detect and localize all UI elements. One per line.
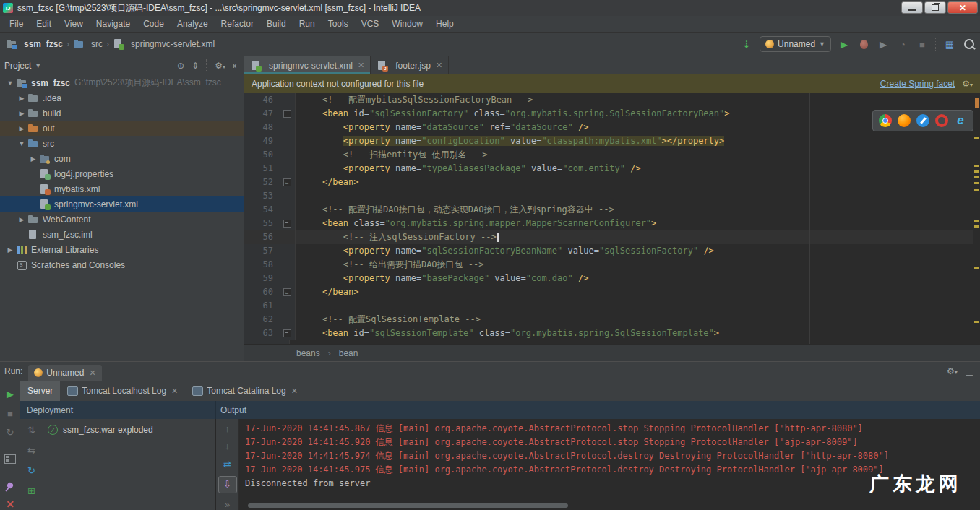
code-line-47[interactable]: 47− <bean id="sqlSessionFactory" class="… [244,107,973,121]
tree-item-ssm_fzsc[interactable]: ▼ssm_fzscG:\tmp\2523\项目源码-IDEA\ssm_fzsc [0,75,244,90]
tree-item-.idea[interactable]: ▶.idea [0,90,244,105]
chrome-icon[interactable] [879,114,892,127]
more-icon[interactable]: » [221,499,234,510]
menu-window[interactable]: Window [385,17,429,30]
code-editor[interactable]: 46 <!-- 配置mybitasSqlSessionFactoryBean -… [244,93,973,345]
tree-item-out[interactable]: ▶out [0,121,244,136]
tab-footer.jsp[interactable]: Jfooter.jsp✕ [371,56,449,74]
refresh-deployment-icon[interactable]: ↻ [25,464,38,477]
error-stripe[interactable] [973,93,980,345]
tree-item-mybatis.xml[interactable]: mybatis.xml [0,181,244,196]
code-line-57[interactable]: 57 <property name="sqlSessionFactoryBean… [244,244,973,258]
code-line-46[interactable]: 46 <!-- 配置mybitasSqlSessionFactoryBean -… [244,93,973,107]
close-icon[interactable]: ✕ [436,61,442,70]
close-icon[interactable]: ✕ [4,498,17,510]
rerun-icon[interactable]: ↻ [4,426,17,439]
scroll-to-end-icon[interactable]: ⇄ [221,458,234,470]
menu-navigate[interactable]: Navigate [90,17,137,30]
editor-breadcrumb-beans[interactable]: beans [296,348,320,358]
settings-icon[interactable]: ⚙▾ [947,366,958,376]
firefox-icon[interactable] [898,114,911,127]
hide-icon[interactable]: ▁ [966,366,973,376]
locate-icon[interactable]: ⊕ [177,61,184,71]
menu-refactor[interactable]: Refactor [215,17,260,30]
tree-item-WebContent[interactable]: ▶WebContent [0,212,244,227]
safari-icon[interactable] [916,114,929,127]
create-spring-facet-link[interactable]: Create Spring facet [880,79,955,89]
menu-analyze[interactable]: Analyze [171,17,215,30]
close-icon[interactable]: ✕ [89,368,95,378]
opera-icon[interactable] [935,114,948,127]
chevron-down-icon[interactable]: ▼ [35,62,41,69]
tab-springmvc-servlet.xml[interactable]: springmvc-servlet.xml✕ [244,56,371,74]
tree-item-External Libraries[interactable]: ▶External Libraries [0,242,244,257]
minimize-button[interactable] [901,1,923,14]
scroll-from-source-icon[interactable]: ⇕ [192,61,199,71]
menu-code[interactable]: Code [137,17,171,30]
code-line-55[interactable]: 55− <bean class="org.mybatis.spring.mapp… [244,217,973,230]
coverage-icon[interactable]: ▶ [877,38,890,51]
debug-icon[interactable] [857,38,870,51]
code-line-61[interactable]: 61 [244,299,973,313]
tool-windows-icon[interactable]: ▦ [943,38,956,51]
code-line-62[interactable]: 62 <!-- 配置SqlSessionTemplate --> [244,313,973,327]
code-line-49[interactable]: 49 <property name="configLocation" value… [244,134,973,148]
update-icon[interactable]: ⇣ [740,38,753,51]
tree-arrow-icon[interactable]: ▶ [27,155,39,163]
rerun-server-icon[interactable]: ▶ [4,388,17,401]
soft-wrap-icon[interactable]: ⇩ [218,476,237,493]
run-tab-Server[interactable]: Server [20,381,60,401]
close-icon[interactable]: ✕ [358,61,364,70]
code-line-50[interactable]: 50 <!-- 扫描entity包 使用别名 --> [244,148,973,162]
code-line-52[interactable]: 52⌐ </bean> [244,176,973,189]
edit-artifact-icon[interactable]: ⊞ [25,484,38,497]
code-line-58[interactable]: 58 <!-- 给出需要扫描DAO接口包 --> [244,258,973,272]
fold-marker[interactable]: ⌐ [279,285,296,299]
menu-view[interactable]: View [58,17,90,30]
run-configuration-tab[interactable]: Unnamed ✕ [28,365,101,381]
fold-marker[interactable]: − [279,107,296,121]
title-bar[interactable]: IJ ssm_fzsc [G:\tmp\2523\项目源码-IDEA\ssm_f… [0,0,980,17]
menu-build[interactable]: Build [260,17,293,30]
close-icon[interactable]: ✕ [291,386,298,396]
breadcrumb-item-springmvc-servlet.xml[interactable]: springmvc-servlet.xml [113,38,215,50]
code-line-59[interactable]: 59 <property name="basePackage" value="c… [244,272,973,285]
output-console[interactable]: ↑ ↓ ⇄ ⇩ » 17-Jun-2020 14:41:45.867 信息 [m… [215,419,980,510]
breadcrumb-item-src[interactable]: src [73,38,103,50]
editor-breadcrumb-bean[interactable]: bean [339,348,358,358]
deployment-item[interactable]: ✓ssm_fzsc:war exploded [43,419,215,435]
tree-item-ssm_fzsc.iml[interactable]: ssm_fzsc.iml [0,227,244,242]
tree-item-Scratches and Consoles[interactable]: Scratches and Consoles [0,257,244,272]
tree-arrow-icon[interactable]: ▶ [4,246,16,254]
tree-item-com[interactable]: ▶com [0,151,244,166]
close-icon[interactable]: ✕ [171,386,178,396]
menu-file[interactable]: File [3,17,30,30]
tree-arrow-icon[interactable]: ▶ [16,95,27,102]
close-button[interactable]: ✕ [947,1,978,14]
fold-marker[interactable]: − [279,327,296,340]
code-line-53[interactable]: 53 [244,189,973,203]
search-everywhere-icon[interactable] [963,38,976,51]
run-icon[interactable]: ▶ [838,38,851,51]
tree-arrow-icon[interactable]: ▶ [16,110,27,117]
tree-item-log4j.properties[interactable]: log4j.properties [0,166,244,181]
gear-icon[interactable]: ⚙▾ [962,79,973,89]
breadcrumb-item-ssm_fzsc[interactable]: ssm_fzsc [6,38,63,50]
code-line-51[interactable]: 51 <property name="typeAliasesPackage" v… [244,162,973,176]
restore-button[interactable] [924,1,946,14]
code-line-60[interactable]: 60⌐ </bean> [244,285,973,299]
tree-item-build[interactable]: ▶build [0,105,244,121]
run-tab-Tomcat Localhost Log[interactable]: Tomcat Localhost Log✕ [60,381,185,401]
menu-tools[interactable]: Tools [322,17,355,30]
settings-icon[interactable]: ⚙▾ [215,61,225,71]
code-line-63[interactable]: 63− <bean id="sqlSessionTemplate" class=… [244,327,973,340]
menu-vcs[interactable]: VCS [355,17,386,30]
code-line-56[interactable]: 56 <!-- 注入sqlSessionFactory --> [244,230,973,244]
menu-help[interactable]: Help [429,17,460,30]
code-line-48[interactable]: 48 <property name="dataSource" ref="data… [244,121,973,134]
code-line-54[interactable]: 54 <!-- 配置扫描DAO接口包，动态实现DAO接口，注入到spring容器… [244,203,973,217]
fold-marker[interactable]: ⌐ [279,176,296,189]
tree-arrow-icon[interactable]: ▶ [16,125,27,132]
collapse-all-icon[interactable]: ⇤ [233,61,240,71]
tree-item-springmvc-servlet.xml[interactable]: springmvc-servlet.xml [0,196,244,212]
